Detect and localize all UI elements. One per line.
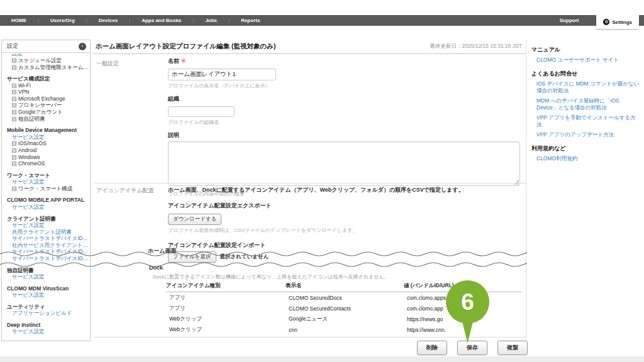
faq-link[interactable]: iOS デバイスに MDM コマンドが届かない場合の対処法 (536, 80, 640, 94)
nav-item-home[interactable]: HOME (9, 18, 29, 23)
footer-buttons: 削除保存複製 (417, 341, 528, 355)
nav-item-devices[interactable]: Devices (96, 18, 120, 23)
desc-label: 説明 (168, 131, 521, 140)
table-cell: CLOMO SecuredDocs (286, 292, 404, 304)
sidebar-item[interactable]: サービス設定 (2, 204, 89, 211)
export-help: プロファイル新規作成時は、CSVファイルのテンプレートをダウンロードします。 (168, 227, 521, 234)
nav-item-apps-and-books[interactable]: Apps and Books (139, 18, 184, 23)
sidebar-item[interactable]: Windows (2, 154, 89, 161)
sidebar-item[interactable]: カスタム管理権限スキーム設定 (2, 64, 89, 71)
sidebar-item[interactable]: Microsoft Exchange (2, 96, 89, 102)
page-title: ホーム画面レイアウト設定プロファイル編集 (監視対象のみ) (96, 42, 276, 51)
description-textarea[interactable] (168, 141, 520, 186)
sidebar-item[interactable]: サービス設定 (2, 134, 89, 141)
sidebar-item[interactable]: アプリケーションビルド (2, 310, 89, 317)
sidebar-item[interactable]: サービス設定 (2, 292, 89, 299)
tab-settings[interactable]: ⚙ Settings (596, 15, 639, 29)
sidebar-item[interactable]: 共用クライアント証明書 (2, 229, 89, 236)
import-label: アイコンアイテム配置設定インポート (168, 241, 521, 250)
sidebar-item[interactable]: サービス設定 (2, 273, 89, 280)
table-cell: Googleニュース (286, 314, 404, 324)
delete-button[interactable]: 削除 (417, 341, 447, 355)
table-cell: cnn (286, 324, 404, 335)
sidebar-header: 設定 ‹ (2, 40, 90, 53)
form-icon (12, 148, 16, 153)
column-header: アイコンアイテム種別 (166, 281, 286, 292)
sidebar-title: 設定 (7, 42, 18, 50)
terms-header: 利用規約など (531, 145, 640, 153)
nav-item-users-org[interactable]: Users/Org (48, 18, 77, 23)
required-mark: ※ (181, 58, 186, 64)
settings-sidebar: 設定 ‹ 設定スケジュール設定カスタム管理権限スキーム設定サービス構成設定Wi-… (1, 40, 91, 341)
sidebar-item[interactable]: iOS/macOS (2, 140, 89, 147)
faq-link[interactable]: VPP アプリを手動でインストールする方法 (536, 114, 640, 128)
sidebar-item[interactable]: サイバートラストデバイスID(pilot)... (2, 235, 89, 242)
dock-help: Dockに配置できるアイコン数は機種によって異なり、上限を超えたアイコンは端末へ… (149, 273, 514, 280)
export-label: アイコンアイテム配置設定エクスポート (168, 202, 521, 210)
name-help: プロファイルの表示名（デバイス上に表示） (168, 82, 521, 89)
sidebar-group-header: ユーティリティ (2, 304, 89, 310)
form-icon (12, 84, 16, 88)
form-icon (12, 58, 16, 63)
sidebar-collapse-button[interactable]: ‹ (79, 43, 86, 50)
table-cell: Webクリップ (166, 324, 286, 335)
sidebar-item[interactable]: VPN (2, 89, 89, 96)
sidebar-item[interactable]: Wi-Fi (2, 82, 89, 89)
dock-label: Dock (149, 265, 514, 271)
nav-item-support[interactable]: Support (560, 18, 579, 23)
sidebar-group-header: Deep Instinct (2, 322, 89, 329)
top-navbar: HOME|Users/Org|Devices|Apps and Books|Jo… (0, 15, 644, 26)
form-icon (12, 103, 16, 107)
sidebar-item[interactable]: サービス設定 (2, 328, 89, 335)
sidebar-item[interactable]: Googleアカウント (2, 109, 89, 116)
name-input[interactable] (168, 69, 276, 80)
download-button[interactable]: ダウンロードする (168, 214, 221, 225)
footer-divider (94, 337, 526, 337)
sidebar-item[interactable]: スケジュール設定 (2, 57, 89, 64)
sidebar-group-header: クライアント証明書 (2, 216, 89, 222)
last-updated: 最終更新日：2025/12/15 15:31:16 JST (430, 43, 522, 50)
form-icon (12, 187, 16, 191)
faq-link[interactable]: VPP アプリのアップデート方法 (536, 131, 640, 138)
help-panel: マニュアル CLOMO ユーザーサポート サイト よくあるお問合せ iOS デバ… (531, 46, 640, 165)
title-row: ホーム画面レイアウト設定プロファイル編集 (監視対象のみ) 最終更新日：2025… (92, 40, 526, 54)
sidebar-item[interactable]: ChromeOS (2, 160, 89, 167)
terms-link[interactable]: CLOMO利用規約 (536, 155, 640, 162)
sidebar-item[interactable]: サービス設定 (2, 178, 89, 185)
icon-item-section: ホーム画面、Dockに配置するアイコンアイテム（アプリ、Webクリップ、フォルダ… (168, 186, 521, 263)
nav-menu: HOME|Users/Org|Devices|Apps and Books|Jo… (0, 18, 262, 23)
form-icon (12, 141, 16, 146)
sidebar-group-header: ワーク・スマート (2, 172, 89, 179)
sidebar-group-header: CLOMO MDM VirusScan (2, 285, 89, 292)
general-settings-form: 名前※ プロファイルの表示名（デバイス上に表示） 組織 プロファイルの組織名 説… (168, 57, 521, 203)
duplicate-button[interactable]: 複製 (497, 341, 528, 355)
sidebar-item[interactable]: 社内サービス用クライアント証明書 (2, 242, 89, 249)
sidebar-item[interactable]: サイバートラストデバイスID G3is(... (2, 255, 89, 262)
gear-icon: ⚙ (603, 19, 609, 25)
sidebar-group-header: 独自証明書 (2, 267, 89, 274)
sidebar-item[interactable]: 独自証明書 (2, 116, 89, 123)
manual-header: マニュアル (531, 46, 640, 54)
sidebar-item[interactable]: サービス設定 (2, 222, 89, 229)
table-cell: https://www.cnn. (404, 324, 522, 335)
nav-separator: | (120, 18, 139, 23)
form-icon (12, 97, 16, 101)
nav-item-reports[interactable]: Reports (238, 18, 262, 23)
nav-separator: | (77, 18, 96, 23)
icon-intro: ホーム画面、Dockに配置するアイコンアイテム（アプリ、Webクリップ、フォルダ… (168, 186, 521, 194)
sidebar-item[interactable]: サイバートラストデバイスID G3is... (2, 248, 89, 255)
org-input[interactable] (168, 106, 235, 117)
nav-separator: | (184, 18, 203, 23)
sidebar-item[interactable]: ワーク・スマート構成 (2, 185, 89, 192)
org-label: 組織 (168, 95, 521, 103)
step-6-balloon: 6 (446, 280, 489, 324)
nav-item-jobs[interactable]: Jobs (203, 18, 219, 23)
manual-link[interactable]: CLOMO ユーザーサポート サイト (536, 57, 640, 63)
sidebar-item[interactable]: プロキシサーバー (2, 102, 89, 109)
sidebar-group-header: Mobile Device Management (2, 127, 89, 134)
save-button[interactable]: 保存 (457, 341, 487, 355)
faq-link[interactable]: MDM へのデバイス登録時に「iOS Device」となる場合の対処法 (536, 97, 640, 111)
sidebar-item[interactable]: Android (2, 147, 89, 154)
sidebar-items: 設定スケジュール設定カスタム管理権限スキーム設定サービス構成設定Wi-FiVPN… (2, 53, 90, 340)
step-number: 6 (461, 289, 474, 315)
